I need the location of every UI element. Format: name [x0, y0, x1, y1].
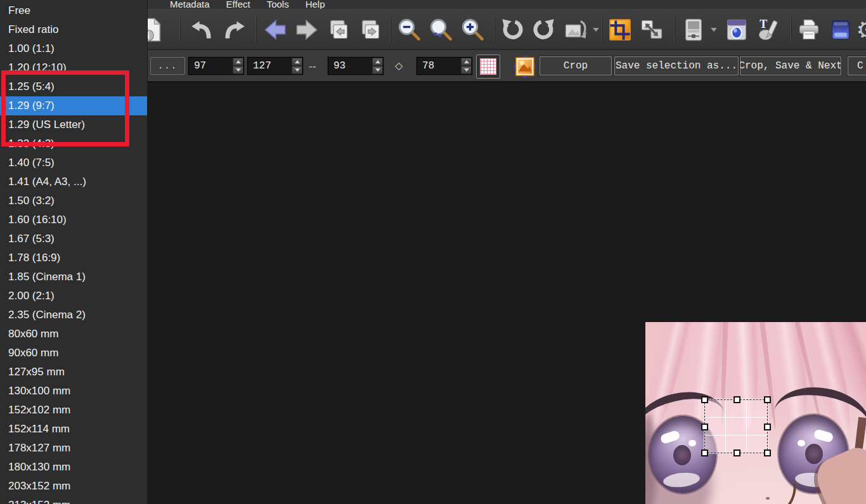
ratio-item[interactable]: Fixed ratio [0, 20, 147, 39]
ratio-item[interactable]: 1.85 (Cinema 1) [0, 268, 147, 287]
ratio-item[interactable]: 178x127 mm [0, 439, 147, 458]
ratio-item[interactable]: 1.60 (16:10) [0, 210, 147, 229]
transform-button[interactable] [561, 15, 590, 45]
selection-height-input[interactable] [417, 58, 461, 74]
spin-up-button[interactable] [461, 58, 472, 66]
spin-up-button[interactable] [372, 58, 383, 66]
ratio-item[interactable]: 1.33 (4:3) [0, 134, 147, 153]
selection-handle-s[interactable] [734, 449, 740, 456]
ratio-item[interactable]: 130x100 mm [0, 382, 147, 401]
previous-image-button[interactable] [261, 15, 290, 45]
selection-handle-w[interactable] [701, 423, 708, 430]
ratio-item[interactable]: 2.00 (2:1) [0, 287, 147, 306]
selection-handle-ne[interactable] [764, 396, 771, 403]
svg-text:T: T [759, 18, 767, 30]
rotate-left-button[interactable] [498, 15, 527, 45]
page-forward-icon [359, 18, 382, 41]
spin-down-button[interactable] [372, 66, 383, 74]
arrow-up-icon [464, 60, 469, 63]
adjust-panel-button[interactable] [679, 15, 708, 45]
selection-handle-se[interactable] [764, 449, 771, 456]
ratio-item[interactable]: 1.29 (9:7) [0, 96, 147, 115]
grid-overlay-toggle[interactable] [476, 55, 500, 79]
spin-down-button[interactable] [461, 66, 472, 74]
page-forward-button[interactable] [356, 15, 385, 45]
rotate-left-icon [501, 18, 524, 41]
menubar: Metadata Effect Tools Help [148, 0, 866, 9]
ratio-item[interactable]: 203x152 mm [0, 477, 147, 496]
ratio-item[interactable]: 213x152 mm [0, 496, 147, 504]
zoom-out-button[interactable] [395, 15, 424, 45]
selection-gridline [746, 400, 747, 453]
text-draw-icon: T [756, 18, 780, 42]
adjust-panel-icon [682, 18, 705, 42]
more-options-button[interactable]: ... [150, 57, 185, 75]
batch-button[interactable] [826, 15, 855, 45]
ratio-item[interactable]: 1.25 (5:4) [0, 77, 147, 96]
ratio-item[interactable]: 1.29 (US Letter) [0, 115, 147, 134]
nose-dot [766, 497, 770, 500]
save-selection-as-button[interactable]: Save selection as... [614, 56, 739, 75]
resize-button[interactable] [637, 15, 666, 45]
spin-down-button[interactable] [233, 66, 243, 74]
undo-button[interactable] [187, 15, 216, 45]
selection-handle-n[interactable] [734, 396, 740, 403]
selection-handle-e[interactable] [764, 423, 771, 430]
crop-button[interactable]: Crop [540, 56, 612, 75]
ratio-item[interactable]: 2.35 (Cinema 2) [0, 306, 147, 325]
ratio-item[interactable]: 1.78 (16:9) [0, 249, 147, 268]
redo-icon [223, 19, 246, 41]
photo-image[interactable] [645, 322, 866, 504]
ratio-item[interactable]: 80x60 mm [0, 325, 147, 344]
settings-button[interactable]: ⚙ [853, 15, 866, 45]
toolbar-separator [791, 17, 791, 42]
page-back-button[interactable] [324, 15, 353, 45]
left-pupil [673, 445, 691, 465]
print-button[interactable] [794, 15, 824, 45]
crop-tool-button[interactable] [605, 15, 635, 45]
text-draw-button[interactable]: T [754, 15, 783, 45]
ratio-dropdown-list: FreeFixed ratio1.00 (1:1)1.20 (12:10)1.2… [0, 0, 148, 504]
ratio-item[interactable]: 1.67 (5:3) [0, 229, 147, 249]
ratio-item[interactable]: 1.40 (7:5) [0, 153, 147, 172]
ratio-list: FreeFixed ratio1.00 (1:1)1.20 (12:10)1.2… [0, 1, 147, 504]
ratio-item[interactable]: 1.20 (12:10) [0, 58, 147, 77]
chevron-down-icon [593, 28, 599, 32]
menu-tools[interactable]: Tools [259, 0, 297, 9]
ratio-item[interactable]: 1.50 (3:2) [0, 191, 147, 210]
selection-handle-nw[interactable] [701, 396, 708, 403]
selection-gridline [705, 417, 767, 418]
spin-up-button[interactable] [233, 58, 243, 66]
ratio-item[interactable]: 127x95 mm [0, 363, 147, 382]
spin-down-button[interactable] [292, 66, 302, 74]
spin-up-button[interactable] [292, 58, 302, 66]
capture-button[interactable] [722, 15, 751, 45]
ratio-item[interactable]: 152x114 mm [0, 420, 147, 439]
clipped-button[interactable]: C [848, 56, 866, 75]
menu-metadata[interactable]: Metadata [162, 0, 218, 9]
selection-width-input[interactable] [328, 58, 372, 74]
ratio-item[interactable]: 152x102 mm [0, 401, 147, 420]
ratio-item[interactable]: 1.00 (1:1) [0, 39, 147, 58]
rotate-right-button[interactable] [529, 15, 559, 45]
crop-save-next-button[interactable]: Crop, Save & Next [740, 56, 841, 75]
crop-selection[interactable] [704, 399, 768, 453]
selection-gridline [705, 435, 767, 436]
adjust-menu-caret[interactable] [709, 25, 718, 35]
transform-menu-caret[interactable] [591, 25, 600, 35]
ratio-item[interactable]: 1.41 (A4, A3, ...) [0, 172, 147, 191]
selection-gridline [725, 400, 726, 453]
ratio-item[interactable]: 180x130 mm [0, 458, 147, 477]
selection-x-input[interactable] [189, 58, 233, 74]
selection-handle-sw[interactable] [701, 449, 708, 456]
zoom-fit-button[interactable] [427, 15, 456, 45]
zoom-in-button[interactable] [458, 15, 488, 45]
redo-button[interactable] [220, 15, 249, 45]
menu-effect[interactable]: Effect [218, 0, 259, 9]
selection-y-input[interactable] [248, 58, 292, 74]
crop-to-selection-button[interactable] [513, 55, 537, 79]
next-image-button[interactable] [292, 15, 321, 45]
menu-help[interactable]: Help [297, 0, 333, 9]
ratio-item[interactable]: 90x60 mm [0, 344, 147, 363]
ratio-item[interactable]: Free [0, 1, 147, 20]
